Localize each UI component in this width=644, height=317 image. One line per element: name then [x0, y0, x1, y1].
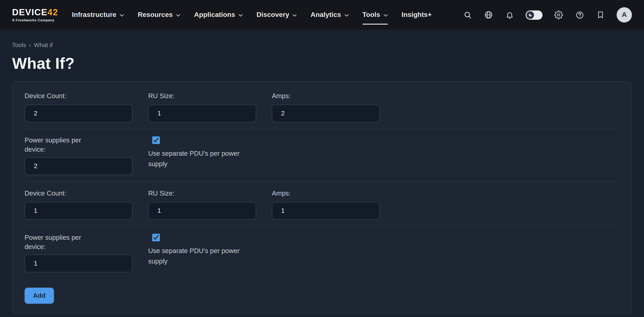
- ru-size-input-2[interactable]: [148, 202, 256, 220]
- separate-pdu-group-1: Use separate PDU's per power supply: [148, 136, 256, 169]
- theme-toggle[interactable]: [526, 10, 542, 19]
- amps-field-1: Amps:: [272, 91, 380, 122]
- device-count-input-1[interactable]: [24, 105, 132, 122]
- power-supplies-input-1[interactable]: [24, 157, 132, 175]
- logo-brand-main: DEVICE: [12, 7, 48, 17]
- device-count-label: Device Count:: [24, 189, 66, 198]
- nav-item-insights[interactable]: Insights+: [402, 0, 432, 30]
- chevron-down-icon: [238, 14, 243, 17]
- device-count-label: Device Count:: [24, 91, 66, 101]
- amps-input-1[interactable]: [272, 105, 380, 122]
- chevron-down-icon: [120, 14, 124, 17]
- brand-logo[interactable]: DEVICE42 A Freshworks Company: [12, 8, 58, 22]
- search-icon[interactable]: [463, 10, 472, 20]
- nav-item-tools[interactable]: Tools: [362, 0, 388, 30]
- power-supplies-label: Power supplies per device:: [24, 233, 97, 252]
- moon-icon: [526, 11, 534, 19]
- group1-counts-row: Device Count: RU Size: Amps:: [24, 91, 620, 129]
- ru-size-field-1: RU Size:: [148, 91, 256, 122]
- nav-item-label: Resources: [138, 11, 173, 19]
- bookmark-icon[interactable]: [596, 10, 605, 20]
- nav-item-label: Tools: [362, 11, 380, 19]
- power-supplies-field-2: Power supplies per device:: [24, 233, 132, 272]
- group2-power-row: Power supplies per device: Use separate …: [24, 226, 620, 279]
- separate-pdu-checkbox-1[interactable]: [152, 136, 160, 144]
- group1-power-row: Power supplies per device: Use separate …: [24, 129, 620, 182]
- amps-field-2: Amps:: [272, 189, 380, 220]
- nav-item-discovery[interactable]: Discovery: [256, 0, 297, 30]
- separate-pdu-checkbox-2[interactable]: [152, 234, 160, 241]
- nav-item-label: Applications: [194, 11, 235, 19]
- power-supplies-label: Power supplies per device:: [24, 136, 97, 154]
- add-button[interactable]: Add: [24, 288, 54, 304]
- ru-size-label: RU Size:: [148, 91, 174, 101]
- avatar-initial: A: [622, 11, 627, 19]
- ru-size-input-1[interactable]: [148, 105, 256, 122]
- app-viewport: DEVICE42 A Freshworks Company Infrastruc…: [0, 0, 644, 317]
- separate-pdu-label: Use separate PDU's per power supply: [148, 246, 250, 266]
- amps-label: Amps:: [272, 91, 291, 101]
- primary-nav: Infrastructure Resources Applications Di…: [72, 0, 432, 30]
- nav-item-label: Infrastructure: [72, 11, 116, 19]
- chevron-down-icon: [176, 14, 180, 17]
- chevron-down-icon: [292, 14, 297, 17]
- what-if-card: Device Count: RU Size: Amps: Power suppl…: [12, 81, 632, 314]
- breadcrumb-current: What if: [34, 41, 52, 48]
- nav-item-label: Discovery: [256, 11, 290, 19]
- help-icon[interactable]: [575, 10, 584, 20]
- logo-wordmark: DEVICE42: [12, 8, 58, 17]
- main-content: Tools › What if What If? Device Count: R…: [0, 41, 644, 314]
- nav-item-applications[interactable]: Applications: [194, 0, 243, 30]
- power-supplies-input-2[interactable]: [24, 255, 132, 273]
- breadcrumb-tools-link[interactable]: Tools: [12, 41, 26, 48]
- device-count-input-2[interactable]: [24, 202, 132, 220]
- ru-size-field-2: RU Size:: [148, 189, 256, 220]
- notifications-bell-icon[interactable]: [505, 10, 514, 20]
- separate-pdu-group-2: Use separate PDU's per power supply: [148, 233, 256, 266]
- device-count-field-2: Device Count:: [24, 189, 132, 220]
- nav-item-analytics[interactable]: Analytics: [310, 0, 348, 30]
- logo-tagline: A Freshworks Company: [12, 18, 58, 22]
- nav-item-label: Insights+: [402, 11, 432, 19]
- settings-gear-icon[interactable]: [554, 10, 564, 20]
- breadcrumb: Tools › What if: [12, 41, 632, 48]
- nav-item-infrastructure[interactable]: Infrastructure: [72, 0, 124, 30]
- chevron-down-icon: [344, 14, 349, 17]
- user-avatar[interactable]: A: [616, 7, 632, 22]
- top-navbar: DEVICE42 A Freshworks Company Infrastruc…: [0, 0, 644, 30]
- breadcrumb-separator: ›: [29, 41, 31, 48]
- chevron-down-icon: [384, 14, 388, 17]
- logo-brand-accent: 42: [48, 7, 58, 17]
- navbar-actions: A: [463, 7, 632, 22]
- amps-label: Amps:: [272, 189, 291, 198]
- group2-counts-row: Device Count: RU Size: Amps:: [24, 182, 620, 226]
- globe-icon[interactable]: [484, 10, 493, 20]
- device-count-field-1: Device Count:: [24, 91, 132, 122]
- separate-pdu-label: Use separate PDU's per power supply: [148, 148, 250, 169]
- power-supplies-field-1: Power supplies per device:: [24, 136, 132, 175]
- nav-item-resources[interactable]: Resources: [138, 0, 180, 30]
- ru-size-label: RU Size:: [148, 189, 174, 198]
- amps-input-2[interactable]: [272, 202, 380, 220]
- nav-item-label: Analytics: [310, 11, 341, 19]
- page-title: What If?: [12, 55, 632, 73]
